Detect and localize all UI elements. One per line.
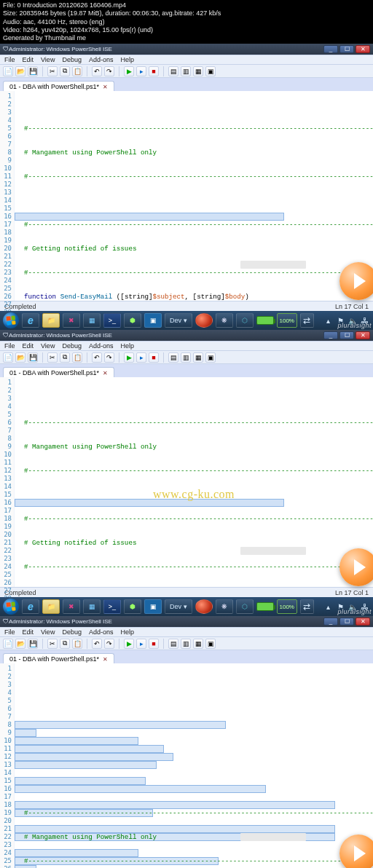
menu-file[interactable]: File [4,56,15,63]
taskbar-camtasia-icon[interactable]: ⬢ [124,599,141,614]
console-pane-button[interactable]: ▥ [181,639,191,649]
run-selection-button[interactable]: ▸ [136,66,146,76]
taskbar-app2-icon[interactable]: ▣ [144,599,162,614]
play-overlay-icon[interactable] [339,548,373,586]
code-editor[interactable]: #---------------------------------------… [15,663,373,868]
paste-button[interactable]: 📋 [72,66,82,76]
start-button[interactable] [3,599,19,615]
run-selection-button[interactable]: ▸ [136,639,146,649]
run-button[interactable]: ▶ [124,639,134,649]
run-button[interactable]: ▶ [124,66,134,76]
taskbar-battery-pct[interactable]: 100% [277,599,297,614]
stop-button[interactable]: ■ [149,639,159,649]
undo-button[interactable]: ↶ [92,66,102,76]
taskbar-ie-icon[interactable] [22,313,39,328]
editor[interactable]: 1234567891011121314151617181920212223242… [0,91,373,301]
run-button[interactable]: ▶ [124,352,134,363]
taskbar-link-icon[interactable]: ⇄ [300,599,314,614]
taskbar[interactable]: 📁 ✖ ▦ >_ ⬢ ▣ Dev ▾ ❋ ⬡ 100% ⇄ ▴ ⚑ 🔈 🖧 [0,311,373,330]
taskbar-dev-label[interactable]: Dev ▾ [165,599,192,614]
menu-addons[interactable]: Add-ons [89,628,114,636]
cut-button[interactable]: ✂ [47,352,58,363]
maximize-button[interactable]: ☐ [339,331,354,339]
layout2-button[interactable]: ▣ [205,639,216,649]
window-titlebar[interactable]: 🛡 Administrator: Windows PowerShell ISE … [0,330,373,341]
start-button[interactable] [3,312,19,328]
menu-edit[interactable]: Edit [23,628,34,636]
layout-button[interactable]: ▦ [193,66,203,76]
close-icon[interactable]: ✕ [103,656,108,663]
paste-button[interactable]: 📋 [72,639,82,649]
taskbar-link-icon[interactable]: ⇄ [300,313,314,328]
run-selection-button[interactable]: ▸ [136,352,146,363]
menu-help[interactable]: Help [120,628,134,636]
copy-button[interactable]: ⧉ [60,639,70,649]
undo-button[interactable]: ↶ [92,352,102,363]
menu-view[interactable]: View [41,56,55,63]
window-titlebar[interactable]: 🛡 Administrator: Windows PowerShell ISE … [0,44,373,55]
redo-button[interactable]: ↷ [104,639,114,649]
layout2-button[interactable]: ▣ [205,66,216,76]
play-overlay-icon[interactable] [339,262,373,300]
taskbar-tools-icon[interactable]: ✖ [63,599,80,614]
taskbar-battery-icon[interactable] [256,602,274,611]
new-file-button[interactable]: 📄 [3,352,13,363]
console-pane-button[interactable]: ▥ [181,66,191,76]
taskbar-fan-icon[interactable]: ❋ [216,599,233,614]
stop-button[interactable]: ■ [149,352,159,363]
taskbar-camtasia-icon[interactable]: ⬢ [124,313,141,328]
tray-chevron-icon[interactable]: ▴ [323,601,333,612]
taskbar-battery-pct[interactable]: 100% [277,313,297,328]
minimize-button[interactable]: _ [323,45,338,53]
editor[interactable]: 1234567891011121314151617181920212223242… [0,377,373,587]
menu-view[interactable]: View [41,628,55,636]
script-pane-button[interactable]: ▤ [168,639,178,649]
menu-edit[interactable]: Edit [23,56,34,63]
taskbar[interactable]: 📁 ✖ ▦ >_ ⬢ ▣ Dev ▾ ❋ ⬡ 100% ⇄ ▴ ⚑ 🔈 🖧 [0,597,373,616]
taskbar-battery-icon[interactable] [256,316,274,325]
redo-button[interactable]: ↷ [104,352,114,363]
open-button[interactable]: 📂 [15,66,25,76]
close-button[interactable]: ✕ [356,331,370,339]
cut-button[interactable]: ✂ [47,66,58,76]
script-tab[interactable]: 01 - DBA with PowerShell.ps1* ✕ [3,81,114,91]
save-button[interactable]: 💾 [28,352,38,363]
close-icon[interactable]: ✕ [103,84,108,90]
minimize-button[interactable]: _ [323,331,338,339]
menu-addons[interactable]: Add-ons [89,342,114,350]
close-button[interactable]: ✕ [356,618,370,626]
taskbar-ps-icon[interactable]: >_ [103,313,121,328]
redo-button[interactable]: ↷ [104,66,114,76]
layout-button[interactable]: ▦ [193,639,203,649]
taskbar-app2-icon[interactable]: ▣ [144,313,162,328]
menu-edit[interactable]: Edit [23,342,34,350]
undo-button[interactable]: ↶ [92,639,102,649]
taskbar-explorer-icon[interactable]: 📁 [42,599,60,614]
taskbar-explorer-icon[interactable]: 📁 [42,313,60,328]
cut-button[interactable]: ✂ [47,639,58,649]
menu-view[interactable]: View [41,342,55,350]
code-editor[interactable]: #---------------------------------------… [15,91,373,301]
script-pane-button[interactable]: ▤ [168,66,178,76]
taskbar-ps-icon[interactable]: >_ [103,599,121,614]
code-editor[interactable]: www.cg-ku.com #-------------------------… [15,377,373,587]
stop-button[interactable]: ■ [149,66,159,76]
close-button[interactable]: ✕ [356,45,370,53]
menu-help[interactable]: Help [120,56,134,63]
script-tab[interactable]: 01 - DBA with PowerShell.ps1* ✕ [3,367,114,377]
maximize-button[interactable]: ☐ [339,618,354,626]
taskbar-dropbox-icon[interactable]: ⬡ [236,313,254,328]
save-button[interactable]: 💾 [28,66,38,76]
console-pane-button[interactable]: ▥ [181,352,191,363]
taskbar-ie-icon[interactable] [22,599,39,614]
taskbar-redorb-icon[interactable] [195,313,213,328]
new-file-button[interactable]: 📄 [3,66,13,76]
open-button[interactable]: 📂 [15,639,25,649]
taskbar-fan-icon[interactable]: ❋ [216,313,233,328]
paste-button[interactable]: 📋 [72,352,82,363]
tray-chevron-icon[interactable]: ▴ [323,315,333,326]
open-button[interactable]: 📂 [15,352,25,363]
menu-help[interactable]: Help [120,342,134,350]
menu-debug[interactable]: Debug [62,56,82,63]
copy-button[interactable]: ⧉ [60,66,70,76]
